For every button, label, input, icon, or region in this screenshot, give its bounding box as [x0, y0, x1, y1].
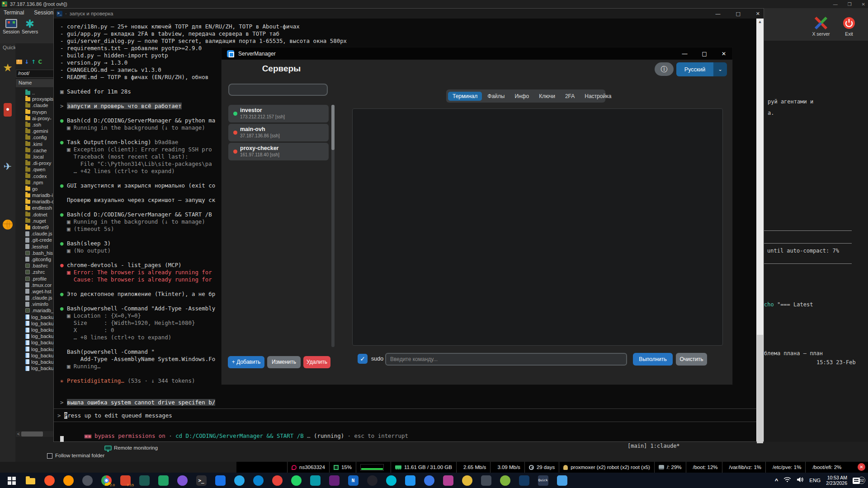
file-row[interactable]: .local — [15, 154, 54, 160]
app-icon-7[interactable]: 7.15 — [116, 473, 135, 488]
file-row[interactable]: .gitconfig — [15, 256, 54, 263]
app-icon-18[interactable] — [325, 473, 344, 488]
file-row[interactable]: log_backu — [15, 314, 54, 320]
exit-button[interactable]: Exit — [839, 16, 859, 37]
close-icon[interactable]: ✕ — [862, 2, 865, 7]
tab-2fa[interactable]: 2FA — [561, 92, 579, 101]
x-server-button[interactable]: X server — [807, 16, 835, 37]
notification-icon[interactable]: 32 — [853, 477, 865, 484]
tab-terminal[interactable]: Терминал — [448, 92, 482, 101]
tab-info[interactable]: Инфо — [510, 92, 533, 101]
app-icon-9[interactable] — [154, 473, 173, 488]
remote-monitoring-label[interactable]: Remote monitoring — [114, 445, 158, 450]
follow-terminal-checkbox[interactable] — [47, 453, 52, 459]
file-row[interactable]: .claude — [15, 102, 54, 108]
clear-button[interactable]: Очистить — [676, 353, 707, 366]
tray-chevron-icon[interactable]: ^ — [775, 477, 778, 484]
file-row[interactable]: .zshrc — [15, 269, 54, 275]
file-row[interactable]: .claude.js — [15, 295, 54, 301]
file-row[interactable]: log_backu — [15, 365, 54, 371]
file-row[interactable]: .bashrc — [15, 263, 54, 269]
file-row[interactable]: .mariadb_ — [15, 307, 54, 314]
app-icon-24[interactable] — [439, 473, 458, 488]
file-row[interactable]: proxyapis — [15, 96, 54, 102]
close-icon[interactable]: ✕ — [756, 11, 760, 17]
file-row[interactable]: log_backu — [15, 352, 54, 359]
status-close-icon[interactable]: ✕ — [858, 463, 865, 471]
file-row[interactable]: log_backu — [15, 346, 54, 352]
file-row[interactable]: mariadb-d — [15, 198, 54, 205]
file-row[interactable]: .viminfo — [15, 301, 54, 307]
file-row[interactable]: log_backu — [15, 320, 54, 327]
follow-terminal-label[interactable]: Follow terminal folder — [55, 453, 104, 458]
server-item-proxy-checker[interactable]: proxy-checker 161.97.118.40 [ssh] — [228, 143, 329, 160]
app-icon-28[interactable] — [514, 473, 533, 488]
app-icon-23[interactable] — [420, 473, 439, 488]
file-row[interactable]: .qwen — [15, 166, 54, 173]
file-row[interactable]: .profile — [15, 275, 54, 282]
whatsapp-icon[interactable] — [287, 473, 306, 488]
scrollbar-thumb[interactable] — [757, 335, 763, 443]
app-icon-21[interactable] — [382, 473, 401, 488]
quick-assist-icon[interactable]: Quick — [533, 473, 552, 488]
execute-button[interactable]: Выполнить — [633, 353, 673, 366]
server-item-investor[interactable]: investor 173.212.212.157 [ssh] — [228, 105, 329, 122]
queued-message-line[interactable]: > Press up to edit queued messages — [57, 412, 756, 419]
language-dropdown[interactable]: Русский ⌄ — [676, 62, 727, 76]
restore-icon[interactable]: ❐ — [848, 2, 852, 7]
file-row[interactable]: .git-crede — [15, 237, 54, 243]
menu-sessions[interactable]: Sessions — [34, 9, 56, 16]
mobaxterm-icon[interactable] — [135, 473, 154, 488]
file-row[interactable]: ai-proxy- — [15, 115, 54, 122]
file-row[interactable]: .config — [15, 134, 54, 141]
minimize-icon[interactable]: — — [833, 2, 838, 7]
server-search-input[interactable] — [228, 84, 328, 96]
chrome-icon[interactable]: 2.0 — [97, 473, 116, 488]
file-row[interactable]: mariadb-i — [15, 192, 54, 198]
file-row[interactable]: log_backu — [15, 339, 54, 346]
file-row[interactable]: go — [15, 186, 54, 192]
download-icon[interactable]: ↓ — [24, 59, 29, 65]
app-icon-26[interactable] — [476, 473, 495, 488]
command-input[interactable] — [385, 353, 627, 366]
file-row[interactable]: endlessh — [15, 205, 54, 211]
terminal-icon[interactable]: >_ — [192, 473, 211, 488]
file-row[interactable]: dotnet9 — [15, 224, 54, 230]
app-icon-5[interactable] — [78, 473, 97, 488]
session-button[interactable]: Session — [3, 19, 19, 34]
file-row-parent[interactable]: .. — [15, 89, 54, 96]
folder-up-icon[interactable] — [16, 60, 22, 64]
app-icon-12[interactable] — [211, 473, 230, 488]
file-row[interactable]: .ssh — [15, 122, 54, 128]
file-row[interactable]: .gemini — [15, 128, 54, 134]
scrollbar-thumb[interactable] — [331, 105, 335, 150]
file-row[interactable]: myvpn — [15, 109, 54, 115]
scroll-left-icon[interactable]: < — [16, 432, 21, 436]
tab-files[interactable]: Файлы — [483, 92, 509, 101]
name-column-header[interactable]: Name — [16, 79, 54, 87]
vscode-icon[interactable] — [401, 473, 420, 488]
file-row[interactable]: log_backu — [15, 327, 54, 333]
current-path[interactable]: /root/ — [16, 70, 54, 78]
upload-icon[interactable]: ↑ — [31, 59, 36, 65]
servermanager-titlebar[interactable]: ServerManager — □ ✕ — [222, 47, 732, 60]
start-button[interactable] — [2, 473, 21, 488]
close-icon[interactable]: ✕ — [722, 51, 726, 57]
file-row[interactable]: .npm — [15, 179, 54, 186]
wifi-icon[interactable] — [783, 476, 791, 484]
delete-server-button[interactable]: Удалить — [303, 356, 330, 368]
terminal-titlebar[interactable]: >_ · запуск и проверка — □ ✕ — [54, 9, 764, 19]
file-row[interactable]: .di-proxy — [15, 160, 54, 166]
server-item-main-ovh[interactable]: main-ovh 37.187.136.86 [ssh] — [228, 124, 329, 141]
tab-settings[interactable]: Настройка — [580, 92, 616, 101]
obs-icon[interactable] — [363, 473, 382, 488]
file-row[interactable]: .nuget — [15, 218, 54, 224]
firefox-icon[interactable] — [59, 473, 78, 488]
scroll-up-icon[interactable]: ▲ — [756, 19, 764, 25]
scrollbar-thumb[interactable] — [21, 432, 43, 436]
app-icon-25[interactable] — [458, 473, 476, 488]
sudo-checkbox[interactable]: ✓ — [358, 354, 368, 364]
file-explorer-icon[interactable] — [21, 473, 40, 488]
terminal-scrollbar[interactable]: ▲ — [756, 19, 764, 441]
app-icon-19[interactable]: N — [344, 473, 363, 488]
